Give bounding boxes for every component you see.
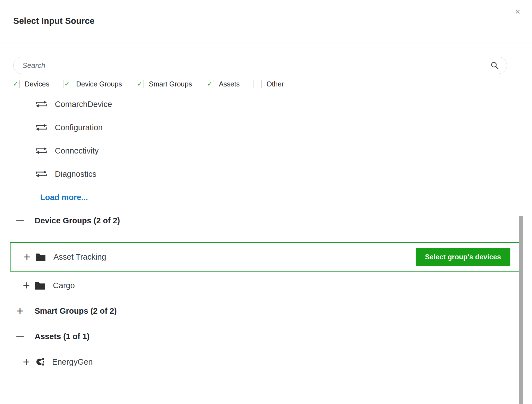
checkbox-smart-groups[interactable]: ✓ xyxy=(136,80,144,88)
group-label: Asset Tracking xyxy=(53,252,106,262)
section-label: Smart Groups (2 of 2) xyxy=(35,306,117,316)
load-more-row: Load more... xyxy=(0,186,532,209)
load-more-link[interactable]: Load more... xyxy=(40,193,88,202)
filter-devices[interactable]: ✓ Devices xyxy=(12,80,49,88)
swap-arrows-icon xyxy=(35,170,47,178)
swap-arrows-icon xyxy=(35,123,47,132)
scrollbar-track[interactable] xyxy=(519,216,523,404)
list-item-connectivity[interactable]: Connectivity xyxy=(0,139,532,162)
filter-row: ✓ Devices ✓ Device Groups ✓ Smart Groups… xyxy=(12,80,532,88)
filter-label: Devices xyxy=(25,80,49,88)
section-label: Assets (1 of 1) xyxy=(35,332,89,341)
select-groups-devices-button[interactable]: Select group's devices xyxy=(416,248,510,266)
search-bar xyxy=(13,57,507,74)
modal-header: Select Input Source × xyxy=(0,0,532,42)
expand-icon[interactable]: + xyxy=(15,306,25,316)
group-row-cargo[interactable]: + Cargo xyxy=(0,274,532,297)
swap-arrows-icon xyxy=(35,100,47,109)
search-icon[interactable] xyxy=(490,61,499,70)
filter-assets[interactable]: ✓ Assets xyxy=(206,80,240,88)
source-tree: ComarchDevice Configuration Connectivity xyxy=(0,93,532,374)
checkbox-device-groups[interactable]: ✓ xyxy=(63,80,71,88)
item-label: ComarchDevice xyxy=(55,100,112,109)
item-label: Configuration xyxy=(55,123,103,132)
asset-label: EnergyGen xyxy=(52,357,93,367)
folder-icon xyxy=(35,281,45,290)
folder-icon xyxy=(35,253,46,261)
check-icon: ✓ xyxy=(64,80,70,87)
asset-icon xyxy=(35,357,45,367)
item-label: Connectivity xyxy=(55,146,99,155)
filter-device-groups[interactable]: ✓ Device Groups xyxy=(63,80,122,88)
asset-row-energygen[interactable]: + EnergyGen xyxy=(0,350,532,374)
list-item-diagnostics[interactable]: Diagnostics xyxy=(0,162,532,186)
expand-icon[interactable]: + xyxy=(22,252,32,262)
checkbox-other[interactable]: ✓ xyxy=(254,80,262,88)
filter-other[interactable]: ✓ Other xyxy=(254,80,284,88)
list-item-comarchdevice[interactable]: ComarchDevice xyxy=(0,93,532,116)
collapse-icon[interactable] xyxy=(15,220,25,221)
filter-smart-groups[interactable]: ✓ Smart Groups xyxy=(136,80,192,88)
checkbox-devices[interactable]: ✓ xyxy=(12,80,20,88)
section-device-groups[interactable]: Device Groups (2 of 2) xyxy=(0,209,532,232)
item-label: Diagnostics xyxy=(55,170,96,179)
group-label: Cargo xyxy=(53,281,75,290)
search-input[interactable] xyxy=(13,57,507,74)
swap-arrows-icon xyxy=(35,146,47,155)
collapse-icon[interactable] xyxy=(15,336,25,337)
checkbox-assets[interactable]: ✓ xyxy=(206,80,214,88)
filter-label: Assets xyxy=(219,80,240,88)
group-row-asset-tracking[interactable]: + Asset Tracking Select group's devices xyxy=(10,242,522,272)
filter-label: Device Groups xyxy=(76,80,122,88)
filter-label: Other xyxy=(267,80,284,88)
expand-icon[interactable]: + xyxy=(22,357,31,367)
list-item-configuration[interactable]: Configuration xyxy=(0,116,532,139)
check-icon: ✓ xyxy=(13,80,19,87)
page-title: Select Input Source xyxy=(13,16,94,26)
check-icon: ✓ xyxy=(137,80,143,87)
check-icon: ✓ xyxy=(207,80,213,87)
section-assets[interactable]: Assets (1 of 1) xyxy=(0,325,532,348)
section-smart-groups[interactable]: + Smart Groups (2 of 2) xyxy=(0,299,532,323)
filter-label: Smart Groups xyxy=(149,80,192,88)
scrollbar-thumb[interactable] xyxy=(519,216,523,404)
expand-icon[interactable]: + xyxy=(22,280,31,290)
close-icon[interactable]: × xyxy=(512,6,523,17)
section-label: Device Groups (2 of 2) xyxy=(35,216,120,225)
